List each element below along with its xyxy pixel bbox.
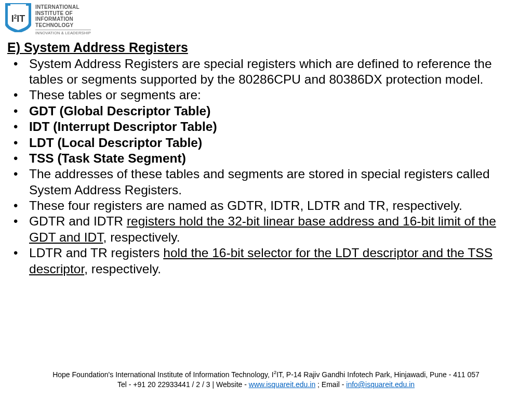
slide-footer: Hope Foundation's International Institut… — [0, 370, 532, 390]
section-heading: E) System Address Registers — [7, 40, 525, 55]
logo-tagline: INNOVATION & LEADERSHIP — [35, 30, 91, 36]
slide-content: E) System Address Registers System Addre… — [0, 38, 532, 277]
logo-shield-icon: I2IT — [5, 3, 31, 32]
website-link[interactable]: www.isquareit.edu.in — [249, 380, 315, 389]
bullet-item: GDT (Global Descriptor Table) — [7, 103, 525, 119]
bullet-item: GDTR and IDTR registers hold the 32-bit … — [7, 214, 525, 245]
bullet-item: TSS (Task State Segment) — [7, 151, 525, 166]
logo-line4: TECHNOLOGY — [35, 22, 91, 29]
bullet-item: These tables or segments are: — [7, 87, 525, 103]
logo-line1: INTERNATIONAL — [35, 4, 91, 10]
bullet-item: LDTR and TR registers hold the 16-bit se… — [7, 245, 525, 277]
svg-text:I2IT: I2IT — [11, 14, 25, 24]
logo-line2: INSTITUTE OF — [35, 10, 91, 17]
logo-header: I2IT INTERNATIONAL INSTITUTE OF INFORMAT… — [0, 0, 532, 38]
bullet-item: These four registers are named as GDTR, … — [7, 198, 525, 214]
svg-rect-0 — [10, 4, 26, 8]
logo-line3: INFORMATION — [35, 16, 91, 22]
footer-address: Hope Foundation's International Institut… — [0, 370, 532, 380]
footer-contact: Tel - +91 20 22933441 / 2 / 3 | Website … — [0, 380, 532, 390]
bullet-item: System Address Registers are special reg… — [7, 56, 525, 88]
bullet-list: System Address Registers are special reg… — [7, 56, 525, 277]
bullet-item: The addresses of these tables and segmen… — [7, 166, 525, 198]
bullet-item: IDT (Interrupt Descriptor Table) — [7, 119, 525, 135]
bullet-item: LDT (Local Descriptor Table) — [7, 135, 525, 151]
logo-text: INTERNATIONAL INSTITUTE OF INFORMATION T… — [35, 3, 91, 36]
email-link[interactable]: info@isquareit.edu.in — [346, 380, 415, 389]
